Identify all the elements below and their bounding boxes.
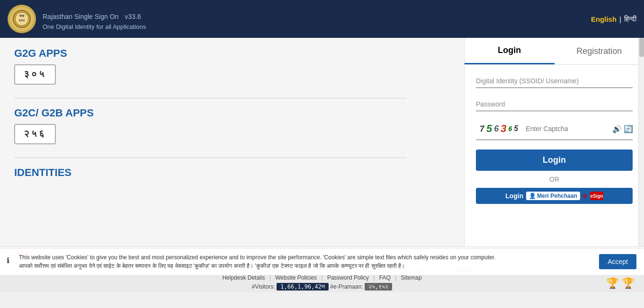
version-text: v33.6: [125, 13, 141, 20]
refresh-captcha-icon[interactable]: 🔄: [624, 124, 633, 133]
divider-1: [14, 98, 406, 98]
footer-visitors: #Visitors: 1,66,1,96,42ण #e-Pramaan: २५,…: [0, 283, 644, 290]
epramaan-count: २५,९५२: [365, 283, 392, 290]
main-container: G2G APPS ३०५ G2C/ G2B APPS २५६ IDENTITIE…: [0, 38, 644, 246]
footer-password-policy-link[interactable]: Password Policy: [327, 274, 369, 281]
svg-text:eSign: eSign: [590, 194, 603, 199]
tab-registration[interactable]: Registration: [555, 38, 644, 64]
site-title-text: Rajasthan Single Sign On: [43, 13, 118, 20]
alt-login-row[interactable]: Login 👤 Meri Pehchaan e eSign: [476, 188, 633, 204]
login-tabs: Login Registration: [465, 38, 644, 65]
header-title-block: Rajasthan Single Sign On v33.6 One Digit…: [43, 8, 146, 30]
g2c-count: २५६: [14, 124, 56, 144]
right-panel: Login Registration 7 5 6 3 6 5: [464, 38, 644, 246]
g2g-count: ३०५: [14, 64, 56, 85]
esign-logo-graphic: eSign: [590, 192, 603, 200]
footer-sitemap-link[interactable]: Sitemap: [401, 274, 422, 281]
cookie-text-en: This website uses 'Cookies' to give you …: [19, 254, 495, 261]
footer-faq-link[interactable]: FAQ: [379, 274, 391, 281]
cookie-banner: ℹ This website uses 'Cookies' to give yo…: [0, 248, 644, 275]
captcha-char-4: 3: [501, 123, 506, 135]
footer-sep-4: |: [395, 274, 396, 281]
footer-website-policies-link[interactable]: Website Policies: [275, 274, 317, 281]
footer-sep-2: |: [321, 274, 322, 281]
cookie-accept-button[interactable]: Accept: [599, 254, 636, 269]
footer-sep-3: |: [373, 274, 375, 281]
alt-login-text: Login: [505, 192, 523, 200]
scrollbar[interactable]: [638, 38, 644, 246]
tab-login[interactable]: Login: [465, 38, 555, 64]
audio-captcha-icon[interactable]: 🔊: [612, 124, 622, 133]
header: राज SSO Rajasthan Single Sign On v33.6 O…: [0, 0, 644, 38]
username-input[interactable]: [476, 74, 633, 88]
trophy-icons: 🏆 🏆: [606, 277, 635, 290]
lang-divider: |: [619, 15, 621, 23]
svg-text:राज: राज: [19, 14, 25, 18]
info-icon: ℹ: [7, 255, 9, 266]
captcha-area: 7 5 6 3 6 5 🔊 🔄: [476, 121, 633, 140]
e-sign-logo: e: [583, 192, 587, 200]
captcha-char-6: 5: [514, 124, 518, 133]
captcha-char-1: 7: [479, 123, 485, 134]
username-field-wrapper: [476, 74, 633, 88]
password-field-wrapper: [476, 97, 633, 111]
lang-hindi[interactable]: हिन्दी: [624, 15, 636, 23]
captcha-char-5: 6: [509, 125, 512, 132]
logo: राज SSO: [8, 5, 36, 33]
captcha-controls: 🔊 🔄: [612, 124, 633, 133]
visitors-count: 1,66,1,96,42ण: [277, 283, 329, 290]
mp-icon: 👤: [529, 193, 536, 199]
footer-links: Helpdesk Details | Website Policies | Pa…: [0, 274, 644, 281]
left-panel: G2G APPS ३०५ G2C/ G2B APPS २५६ IDENTITIE…: [0, 38, 464, 246]
footer-sep-1: |: [269, 274, 271, 281]
captcha-image: 7 5 6 3 6 5: [476, 121, 522, 137]
cookie-text-hi: आपको सर्वोत्तम एवं संबंधित अनुभव देने एव…: [19, 263, 405, 269]
language-switcher: English | हिन्दी: [591, 15, 636, 23]
g2c-title: G2C/ G2B APPS: [14, 107, 450, 119]
meri-pehchaan-logo: 👤 Meri Pehchaan: [526, 192, 580, 200]
identities-title: IDENTITIES: [14, 167, 450, 179]
or-divider: OR: [476, 176, 633, 183]
mp-text: Meri Pehchaan: [537, 193, 577, 199]
cookie-text: This website uses 'Cookies' to give you …: [19, 253, 593, 270]
footer-helpdesk-link[interactable]: Helpdesk Details: [222, 274, 265, 281]
site-title: Rajasthan Single Sign On v33.6: [43, 8, 146, 22]
trophy-icon-1: 🏆: [606, 277, 619, 290]
svg-text:SSO: SSO: [19, 19, 25, 22]
captcha-input[interactable]: [526, 125, 608, 132]
g2g-title: G2G APPS: [14, 47, 450, 60]
login-form: 7 5 6 3 6 5 🔊 🔄 Login OR Login 👤: [465, 65, 644, 246]
lang-english[interactable]: English: [591, 15, 617, 23]
trophy-icon-2: 🏆: [622, 277, 635, 290]
captcha-char-3: 6: [494, 124, 499, 134]
scrollbar-thumb: [639, 38, 644, 57]
divider-2: [14, 158, 406, 158]
site-subtitle: One Digital Identity for all Application…: [43, 23, 146, 30]
epramaan-label-text: #e-Pramaan:: [330, 283, 365, 290]
visitors-label: #Visitors:: [252, 283, 275, 290]
captcha-char-2: 5: [486, 123, 492, 135]
login-button[interactable]: Login: [476, 150, 633, 171]
password-input[interactable]: [476, 97, 633, 111]
